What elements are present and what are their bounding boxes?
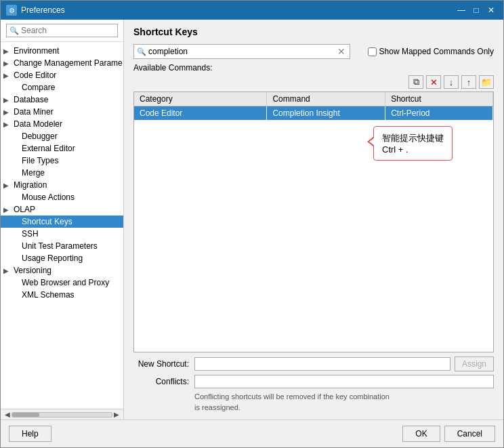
sidebar-item-web-browser[interactable]: Web Browser and Proxy [1, 277, 123, 289]
sidebar-item-label: Shortcut Keys [22, 217, 72, 226]
search-input[interactable] [21, 26, 123, 35]
assign-button[interactable]: Assign [455, 357, 494, 371]
new-shortcut-label: New Shortcut: [133, 359, 194, 369]
sidebar-item-usage-reporting[interactable]: Usage Reporting [1, 252, 123, 264]
expand-icon: ▶ [3, 72, 12, 79]
sidebar-item-label: Usage Reporting [22, 253, 83, 263]
new-shortcut-input[interactable] [194, 357, 450, 371]
col-shortcut: Shortcut [385, 92, 493, 106]
sidebar-item-label: Compare [22, 83, 55, 92]
expand-icon: ▶ [3, 60, 12, 67]
expand-icon: ▶ [3, 108, 12, 116]
sidebar-item-merge[interactable]: Merge [1, 167, 123, 179]
expand-icon: ▶ [3, 121, 12, 128]
sidebar-item-label: Data Modeler [14, 119, 62, 129]
sidebar-item-change-management[interactable]: ▶Change Management Parame [1, 57, 123, 69]
table-row[interactable]: Code EditorCompletion InsightCtrl-Period [134, 106, 493, 121]
cancel-button[interactable]: Cancel [444, 426, 495, 442]
col-category: Category [134, 92, 267, 106]
sidebar-item-label: OLAP [14, 205, 35, 214]
sidebar-item-environment[interactable]: ▶Environment [1, 45, 123, 57]
command-search-icon: 🔍 [137, 47, 146, 56]
callout-tooltip: 智能提示快捷键 Ctrl + . [373, 126, 453, 161]
cell-category: Code Editor [134, 106, 267, 121]
sidebar-item-olap[interactable]: ▶OLAP [1, 203, 123, 216]
sidebar-item-label: Environment [14, 46, 59, 56]
sidebar-item-mouse-actions[interactable]: Mouse Actions [1, 191, 123, 203]
expand-icon: ▶ [3, 206, 12, 213]
sidebar-item-label: Debugger [22, 131, 58, 141]
sidebar-item-versioning[interactable]: ▶Versioning [1, 264, 123, 277]
sidebar-item-debugger[interactable]: Debugger [1, 130, 123, 142]
tree-area: ▶Environment▶Change Management Parame▶Co… [1, 42, 123, 409]
window-icon: ⚙ [6, 5, 17, 16]
scrollbar-thumb [12, 413, 39, 417]
expand-icon: ▶ [3, 182, 12, 189]
search-row: 🔍 ✕ Show Mapped Commands Only [133, 44, 494, 59]
cell-shortcut: Ctrl-Period [385, 106, 493, 121]
sidebar-item-database[interactable]: ▶Database [1, 94, 123, 106]
sidebar-item-label: Mouse Actions [22, 192, 75, 202]
folder-button[interactable]: 📁 [479, 75, 494, 89]
sidebar-item-file-types[interactable]: File Types [1, 155, 123, 167]
sidebar-item-label: SSH [22, 229, 39, 239]
commands-table: Category Command Shortcut Code EditorCom… [134, 92, 493, 120]
new-shortcut-row: New Shortcut: Assign [133, 357, 494, 371]
minimize-button[interactable]: — [455, 4, 468, 16]
export-button[interactable]: ↓ [444, 75, 459, 89]
sidebar-item-external-editor[interactable]: External Editor [1, 142, 123, 155]
left-panel: 🔍 ▶Environment▶Change Management Parame▶… [1, 20, 124, 420]
delete-button[interactable]: ✕ [426, 75, 441, 89]
copy-button[interactable]: ⧉ [408, 75, 423, 89]
sidebar-item-shortcut-keys[interactable]: Shortcut Keys [1, 216, 123, 228]
close-button[interactable]: ✕ [484, 4, 498, 16]
conflicts-row: Conflicts: [133, 375, 494, 388]
command-search-input[interactable] [148, 47, 336, 56]
import-button[interactable]: ↑ [461, 75, 476, 89]
sidebar-item-code-editor[interactable]: ▶Code Editor [1, 69, 123, 81]
table-header-row: Category Command Shortcut [134, 92, 493, 106]
conflicts-input [194, 375, 494, 388]
title-bar-controls: — □ ✕ [455, 4, 498, 16]
panel-title: Shortcut Keys [133, 26, 494, 37]
available-commands-label: Available Commands: [133, 63, 494, 73]
sidebar-item-label: Change Management Parame [14, 58, 123, 68]
expand-icon: ▶ [3, 47, 12, 55]
commands-table-wrap: Category Command Shortcut Code EditorCom… [133, 91, 494, 352]
callout-line2: Ctrl + . [382, 144, 444, 155]
footer-buttons: Help OK Cancel [1, 420, 503, 447]
search-input-wrap: 🔍 [6, 24, 118, 37]
help-button[interactable]: Help [9, 426, 51, 442]
bottom-section: New Shortcut: Assign Conflicts: Conflict… [133, 357, 494, 413]
sidebar-item-label: Code Editor [14, 70, 56, 80]
conflicts-note: Conflicting shortcuts will be removed if… [194, 392, 494, 413]
title-bar: ⚙ Preferences — □ ✕ [1, 1, 503, 20]
sidebar-item-ssh[interactable]: SSH [1, 228, 123, 240]
clear-search-button[interactable]: ✕ [336, 46, 347, 57]
show-mapped-checkbox[interactable] [368, 47, 377, 56]
search-box: 🔍 [1, 20, 123, 42]
sidebar-item-label: Merge [22, 168, 45, 178]
sidebar-item-xml-schemas[interactable]: XML Schemas [1, 289, 123, 301]
scroll-left-icon[interactable]: ◀ [3, 411, 12, 418]
sidebar-item-label: Migration [14, 180, 47, 190]
window-title: Preferences [21, 5, 65, 15]
callout-line1: 智能提示快捷键 [382, 132, 444, 144]
sidebar-item-data-modeler[interactable]: ▶Data Modeler [1, 118, 123, 130]
sidebar-item-data-miner[interactable]: ▶Data Miner [1, 106, 123, 118]
title-bar-left: ⚙ Preferences [6, 5, 65, 16]
show-mapped-label: Show Mapped Commands Only [368, 47, 494, 56]
scroll-right-icon[interactable]: ▶ [112, 411, 121, 418]
expand-icon: ▶ [3, 96, 12, 104]
sidebar-item-compare[interactable]: Compare [1, 81, 123, 94]
sidebar-item-label: File Types [22, 156, 58, 165]
content-area: 🔍 ▶Environment▶Change Management Parame▶… [1, 20, 503, 420]
ok-button[interactable]: OK [402, 426, 440, 442]
footer-right: OK Cancel [402, 426, 495, 442]
left-scrollbar-area: ◀ ▶ [1, 409, 123, 420]
maximize-button[interactable]: □ [469, 4, 483, 16]
sidebar-item-label: Data Miner [14, 107, 54, 117]
horizontal-scrollbar[interactable] [12, 412, 112, 418]
sidebar-item-migration[interactable]: ▶Migration [1, 179, 123, 191]
sidebar-item-unit-test[interactable]: Unit Test Parameters [1, 240, 123, 252]
